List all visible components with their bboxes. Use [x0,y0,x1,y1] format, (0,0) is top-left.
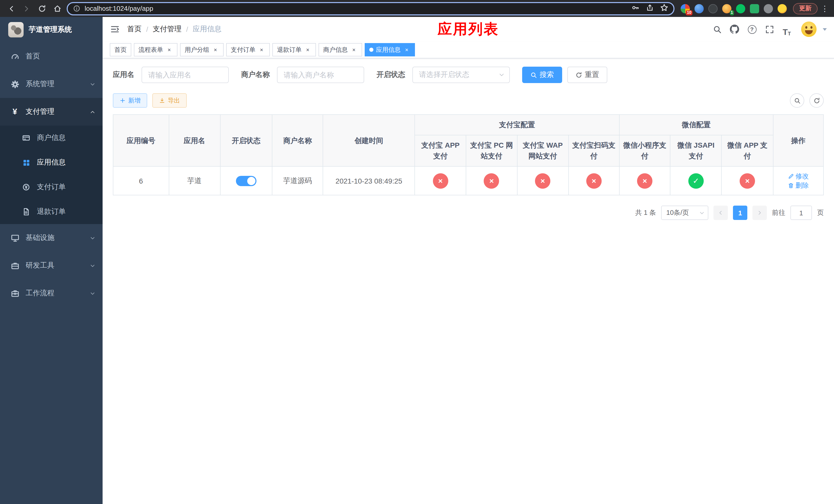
extension-face-icon[interactable] [777,4,787,13]
page-number-current[interactable]: 1 [733,206,747,220]
enabled-icon: ✓ [688,173,704,188]
prev-page-button[interactable] [714,206,728,220]
screen: localhost:1024/pay/app 10 1 [0,0,834,504]
header-search-icon[interactable] [710,22,724,37]
share-icon[interactable] [646,3,654,14]
browser-menu-icon[interactable]: ⋮ [821,4,829,13]
tab-refund-order[interactable]: 退款订单 × [272,43,316,56]
plus-icon [119,97,126,104]
app-logo [8,22,24,38]
tab-merchant-info[interactable]: 商户信息 × [319,43,362,56]
breadcrumb-home[interactable]: 首页 [127,25,141,34]
sidebar-item-infrastructure[interactable]: 基础设施 [0,224,103,252]
extension-square-icon[interactable] [750,4,759,13]
close-icon[interactable]: × [166,46,173,53]
sidebar-item-app-info[interactable]: 应用信息 [0,150,103,175]
bookmark-star-icon[interactable] [660,3,668,14]
app-name-input[interactable] [141,67,229,83]
close-icon[interactable]: × [304,46,311,53]
address-bar[interactable]: localhost:1024/pay/app [67,2,675,15]
extension-grid-icon[interactable]: 10 [681,4,690,13]
edit-button[interactable]: 修改 [788,171,809,181]
column-header-alipay-app: 支付宝 APP 支付 [415,135,466,166]
github-icon[interactable] [727,22,742,37]
extension-orange-icon[interactable]: 1 [722,4,731,13]
sidebar-item-workflow[interactable]: 工作流程 [0,279,103,307]
cell-wechat-jsapi: ✓ [670,166,722,195]
tab-pay-order[interactable]: 支付订单 × [226,43,270,56]
sidebar-item-merchant-info[interactable]: 商户信息 [0,125,103,150]
fullscreen-icon[interactable] [762,22,776,37]
help-icon[interactable]: ? [745,22,759,37]
font-size-icon[interactable]: TT [780,22,794,37]
yen-icon: ¥ [10,107,20,116]
close-icon[interactable]: × [403,46,410,53]
tab-app-info[interactable]: 应用信息 × [365,43,415,56]
disabled-icon: × [637,173,653,188]
browser-back-button[interactable] [5,2,18,15]
sidebar-item-home[interactable]: 首页 [0,43,103,70]
close-icon[interactable]: × [212,46,219,53]
tab-home[interactable]: 首页 [110,43,131,56]
chevron-left-icon [718,210,724,216]
password-key-icon[interactable] [631,3,640,14]
cell-alipay-wap: × [517,166,569,195]
sidebar-item-system[interactable]: 系统管理 [0,70,103,98]
toggle-search-button[interactable] [790,93,804,108]
next-page-button[interactable] [752,206,767,220]
browser-forward-button[interactable] [21,2,33,15]
cell-status [220,166,272,195]
breadcrumb-current: 应用信息 [193,25,222,34]
refresh-icon [575,71,582,78]
cell-wechat-app: × [722,166,773,195]
tab-user-group[interactable]: 用户分组 × [180,43,224,56]
extension-badge: 1 [730,10,734,15]
sidebar-toggle-button[interactable] [103,17,127,42]
export-button[interactable]: 导出 [152,93,187,108]
tags-view: 首页 流程表单 × 用户分组 × 支付订单 × 退款订单 × [103,42,834,59]
status-toggle[interactable] [236,176,257,186]
close-icon[interactable]: × [258,46,265,53]
close-icon[interactable]: × [350,46,357,53]
extension-drop-icon[interactable] [695,4,704,13]
sidebar-item-refund-order[interactable]: 退款订单 [0,200,103,224]
avatar-caret-icon[interactable] [823,28,827,30]
page-unit-label: 页 [817,208,824,217]
page-content: 应用名 商户名称 开启状态 请选择开启状态 [103,59,834,504]
browser-home-button[interactable] [51,2,64,15]
cell-alipay-pc: × [466,166,517,195]
sidebar: 芋道管理系统 首页 [0,17,103,504]
page-size-select[interactable]: 10条/页 [661,206,708,220]
cell-wechat-lite: × [619,166,670,195]
chevron-down-icon [90,263,95,269]
sidebar-item-payment[interactable]: ¥ 支付管理 [0,98,103,125]
breadcrumb-payment[interactable]: 支付管理 [153,25,181,34]
refresh-table-button[interactable] [809,93,824,108]
extension-dark-icon[interactable] [708,4,718,13]
credit-card-icon [22,133,31,142]
delete-button[interactable]: 删除 [788,181,809,190]
extension-puzzle-icon[interactable] [764,4,773,13]
chevron-right-icon [756,210,763,216]
chevron-down-icon [499,72,505,78]
sidebar-item-pay-order[interactable]: 支付订单 [0,175,103,200]
add-button[interactable]: 新增 [113,93,147,108]
search-button[interactable]: 搜索 [522,67,562,83]
tab-process-form[interactable]: 流程表单 × [134,43,177,56]
navbar-actions: ? TT [710,22,834,37]
disabled-icon: × [586,173,602,188]
column-header-create-time: 创建时间 [323,115,415,166]
merchant-name-input[interactable] [277,67,364,83]
status-select[interactable]: 请选择开启状态 [412,67,510,83]
cell-app-name: 芋道 [169,166,220,195]
goto-page-input[interactable] [790,206,812,220]
browser-update-button[interactable]: 更新 [793,3,818,14]
sidebar-item-dev-tools[interactable]: 研发工具 [0,252,103,279]
toolbox-icon [10,261,20,270]
extension-wechat-icon[interactable] [736,4,745,13]
browser-refresh-button[interactable] [36,2,48,15]
avatar[interactable] [801,22,816,37]
trash-icon [788,182,794,188]
reset-button[interactable]: 重置 [567,67,607,83]
site-info-icon[interactable] [73,5,81,12]
